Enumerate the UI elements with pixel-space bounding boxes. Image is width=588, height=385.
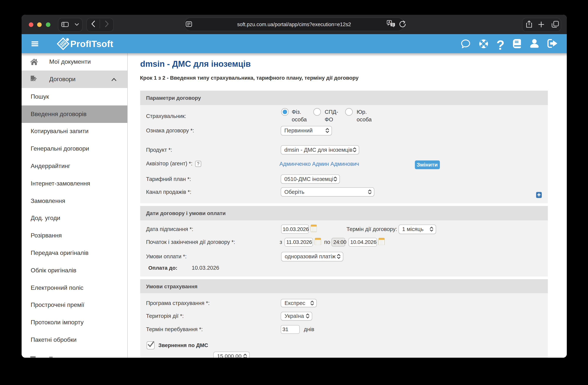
svg-text:文: 文	[391, 23, 394, 26]
svg-text:A: A	[388, 20, 390, 24]
